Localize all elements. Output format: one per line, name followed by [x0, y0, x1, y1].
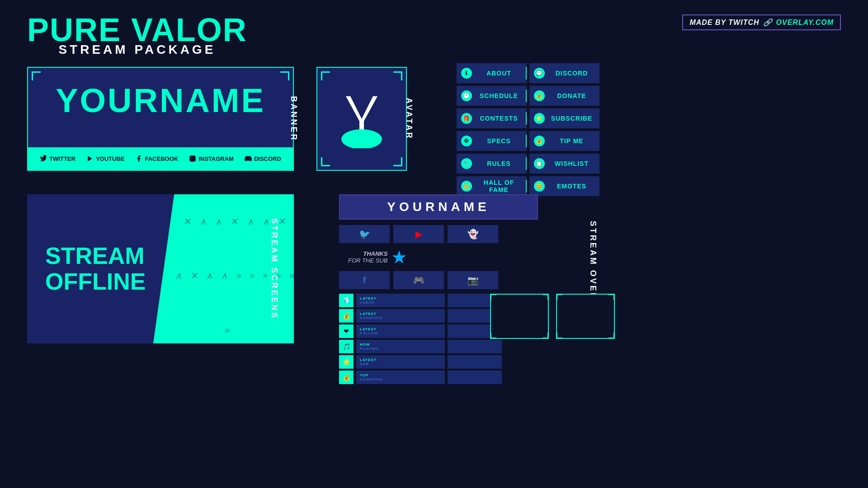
offline-line2: OFFLINE [45, 269, 146, 295]
panel-specs[interactable]: ⚙ SPECS [457, 131, 527, 151]
alert-bars: 💎 LATEST CHEER 💰 LATEST DONATION ❤ LATES… [339, 294, 502, 384]
banner-corner-tr [280, 71, 289, 80]
thanks-line2: FOR THE SUB [348, 257, 387, 264]
overlay-social-youtube: ▶ [393, 225, 444, 243]
cheer-icon: 💎 [339, 294, 354, 307]
thanks-notification: THANKS FOR THE SUB ★ [348, 247, 407, 267]
follow-icon: ❤ [339, 324, 354, 338]
schedule-label: SCHEDULE [476, 92, 522, 99]
star-icon: ★ [391, 247, 407, 267]
donate-icon: 💰 [534, 90, 545, 101]
discord-label: DISCORD [548, 70, 595, 77]
webcam-frame-2 [556, 294, 615, 339]
avatar-label: AVATAR [405, 98, 414, 140]
emotes-label: EMOTES [548, 183, 595, 190]
overlay-container: STREAM OVERLAY YOURNAME 🐦 ▶ 👻 THANKS FOR… [316, 194, 615, 348]
watermark: MADE BY TWITCH 🔗 OVERLAY.COM [682, 14, 841, 30]
panel-emotes[interactable]: 😊 EMOTES [529, 176, 599, 196]
banner-socials: TWITTER YOUTUBE FACEBOOK INSTAGRAM DISCO… [28, 147, 293, 170]
subscribe-label: SUBSCRIBE [548, 115, 595, 122]
offline-container: STREAM OFFLINE ✕ ∧ ∧ ✕ ∧ ∧ ✕ ∧ ∧ ✕ ∧ ∧ »… [27, 194, 294, 343]
offline-text: STREAM OFFLINE [45, 243, 146, 295]
sub-value [448, 355, 502, 369]
username-text: YOURNAME [387, 200, 490, 214]
panel-discord[interactable]: 💬 DISCORD [529, 63, 599, 83]
halloffame-icon: 👑 [461, 181, 472, 192]
overlay-social-instagram: 📷 [448, 271, 498, 289]
contests-label: CONTESTS [476, 115, 522, 122]
schedule-icon: 🕐 [461, 90, 472, 101]
overlay-social-twitter: 🐦 [339, 225, 390, 243]
thanks-line1: THANKS [348, 250, 387, 257]
header: PURE VALOR STREAM PACKAGE [27, 14, 247, 57]
watermark-site: OVERLAY.COM [776, 19, 834, 27]
overlay-social-facebook: f [339, 271, 390, 289]
top-donation-label: TOP DONATION [356, 371, 445, 384]
cheer-label: LATEST CHEER [356, 294, 445, 307]
discord-icon: 💬 [534, 68, 545, 79]
about-label: ABOUT [476, 70, 522, 77]
social-twitter: TWITTER [40, 155, 75, 162]
avatar-corner-tl [321, 71, 330, 80]
panel-schedule[interactable]: 🕐 SCHEDULE [457, 86, 527, 106]
alert-top-donation: 💰 TOP DONATION [339, 371, 502, 384]
thanks-text: THANKS FOR THE SUB [348, 250, 387, 264]
sub-label: LATEST SUB [356, 355, 445, 369]
offline-left: STREAM OFFLINE [27, 194, 174, 343]
rules-label: RULES [476, 160, 522, 167]
sub-icon: ⭐ [339, 355, 354, 369]
watermark-label: MADE BY TWITCH [689, 19, 759, 27]
username-bar: YOURNAME [339, 194, 538, 220]
title-sub: STREAM PACKAGE [27, 42, 247, 57]
halloffame-label: HALL OF FAME [476, 179, 522, 193]
donation-label: LATEST DONATION [356, 309, 445, 323]
overlay-socials-row1: 🐦 ▶ 👻 THANKS FOR THE SUB ★ [339, 225, 538, 267]
rules-icon: 🔧 [461, 158, 472, 169]
playing-label: NOW PLAYING [356, 340, 445, 353]
panel-rules[interactable]: 🔧 RULES [457, 154, 527, 174]
social-discord: DISCORD [245, 155, 281, 162]
alert-cheer: 💎 LATEST CHEER [339, 294, 502, 307]
specs-label: SPECS [476, 137, 522, 145]
panel-donate[interactable]: 💰 DONATE [529, 86, 599, 106]
specs-icon: ⚙ [461, 136, 472, 146]
social-facebook: FACEBOOK [135, 155, 178, 162]
follow-label: LATEST FOLLOW [356, 324, 445, 338]
top-donation-icon: 💰 [339, 371, 354, 384]
banner-label: BANNER [289, 96, 298, 141]
offline-line1: STREAM [45, 243, 146, 269]
emotes-icon: 😊 [534, 181, 545, 192]
panel-wishlist[interactable]: 📋 WISHLIST [529, 154, 599, 174]
tipme-icon: 💰 [534, 136, 545, 146]
overlay-social-discord: 🎮 [393, 271, 444, 289]
overlay-social-snapchat: 👻 [448, 225, 498, 243]
wishlist-icon: 📋 [534, 158, 545, 169]
panel-halloffame[interactable]: 👑 HALL OF FAME [457, 176, 527, 196]
offline-label: STREAM SCREENS [269, 218, 278, 319]
social-instagram: INSTAGRAM [189, 155, 234, 162]
tipme-label: TIP ME [548, 137, 595, 145]
contests-icon: 🎁 [461, 113, 472, 124]
avatar-logo [335, 89, 389, 148]
social-youtube: YOUTUBE [86, 155, 125, 162]
donation-icon: 💰 [339, 309, 354, 323]
panel-about[interactable]: ℹ ABOUT [457, 63, 527, 83]
svg-marker-0 [88, 156, 92, 161]
alert-sub: ⭐ LATEST SUB [339, 355, 502, 369]
panel-subscribe[interactable]: ⭐ SUBSCRIBE [529, 108, 599, 128]
avatar-container: AVATAR [316, 67, 407, 171]
webcam-frames [490, 294, 615, 339]
svg-point-3 [341, 129, 382, 148]
panel-tipme[interactable]: 💰 TIP ME [529, 131, 599, 151]
alert-playing: 🎵 NOW PLAYING [339, 340, 502, 353]
avatar-corner-bl [321, 157, 330, 166]
banner-container: YOURNAME TWITTER YOUTUBE FACEBOOK INSTAG… [27, 67, 294, 171]
overlay-socials-row2: f 🎮 📷 [339, 271, 538, 289]
webcam-frame-1 [490, 294, 549, 339]
wishlist-label: WISHLIST [548, 160, 595, 167]
panel-contests[interactable]: 🎁 CONTESTS [457, 108, 527, 128]
alert-donation: 💰 LATEST DONATION [339, 309, 502, 323]
subscribe-icon: ⭐ [534, 113, 545, 124]
banner-name: YOURNAME [28, 81, 293, 120]
about-icon: ℹ [461, 68, 472, 79]
